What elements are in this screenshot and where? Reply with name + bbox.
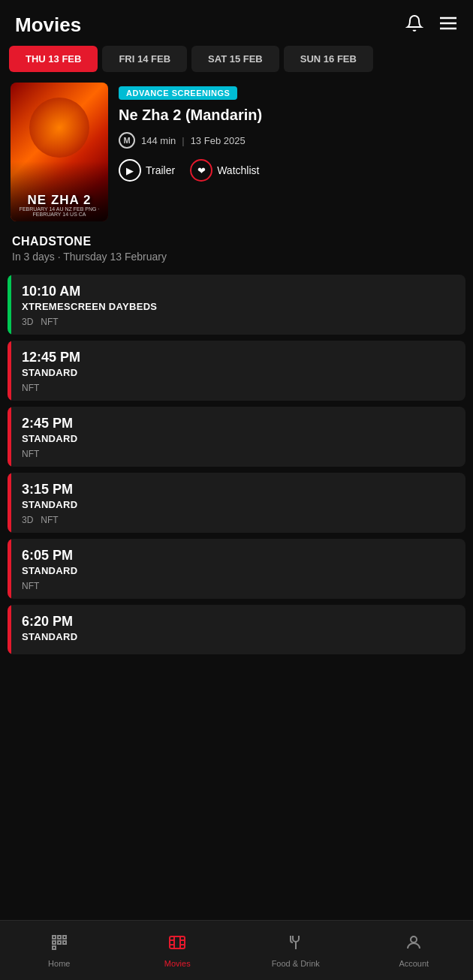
movie-info: ADVANCE SCREENINGS Ne Zha 2 (Mandarin) M… — [119, 83, 462, 182]
showtime-tag: 3D — [22, 515, 33, 525]
nav-food-label: Food & Drink — [272, 959, 320, 968]
showtime-content: 6:05 PMSTANDARDNFT — [11, 539, 465, 599]
showtime-time: 2:45 PM — [22, 416, 455, 431]
nav-home[interactable]: Home — [33, 933, 86, 968]
showtime-type: STANDARD — [22, 499, 455, 510]
svg-rect-10 — [170, 936, 185, 948]
svg-rect-4 — [58, 936, 61, 939]
bottom-nav: Home Movies Food & Drink — [0, 920, 473, 980]
poster-subtitle: FEBRUARY 14 AU NZ FEB PNG · FEBRUARY 14 … — [11, 206, 108, 217]
showtime-content: 6:20 PMSTANDARD — [11, 605, 465, 654]
showtime-tags: NFT — [22, 581, 455, 591]
account-icon — [405, 933, 423, 956]
rating-badge: M — [119, 132, 135, 149]
showtime-card[interactable]: 3:15 PMSTANDARD3DNFT — [8, 473, 465, 533]
poster-decoration — [29, 98, 89, 158]
date-tab-sun[interactable]: SUN 16 FEB — [284, 46, 373, 72]
food-icon — [287, 933, 305, 956]
showtime-tag: 3D — [22, 317, 33, 327]
nav-movies[interactable]: Movies — [151, 933, 203, 968]
showtime-type: STANDARD — [22, 367, 455, 378]
app-header: Movies — [0, 0, 473, 46]
heart-icon: ❤ — [190, 159, 212, 182]
home-icon — [50, 933, 68, 956]
showtime-content: 12:45 PMSTANDARDNFT — [11, 341, 465, 401]
showtime-content: 2:45 PMSTANDARDNFT — [11, 407, 465, 467]
showtime-tag: NFT — [41, 317, 58, 327]
showtime-type: XTREMESCREEN DAYBEDS — [22, 301, 455, 312]
svg-rect-5 — [63, 936, 66, 939]
showtime-time: 6:20 PM — [22, 614, 455, 630]
showtime-time: 6:05 PM — [22, 548, 455, 564]
showtime-tags: 3DNFT — [22, 317, 455, 327]
date-tab-sat[interactable]: SAT 15 FEB — [191, 46, 279, 72]
showtime-type: STANDARD — [22, 433, 455, 444]
play-icon: ▶ — [119, 159, 141, 182]
showtime-tags: NFT — [22, 383, 455, 393]
watchlist-label: Watchlist — [217, 164, 259, 176]
showtime-tags: 3DNFT — [22, 515, 455, 525]
showtime-card[interactable]: 2:45 PMSTANDARDNFT — [8, 407, 465, 467]
movies-icon — [168, 933, 186, 956]
watchlist-button[interactable]: ❤ Watchlist — [190, 159, 259, 182]
movie-poster: NE ZHA 2 FEBRUARY 14 AU NZ FEB PNG · FEB… — [11, 83, 108, 221]
svg-rect-8 — [63, 941, 66, 944]
showtime-time: 12:45 PM — [22, 350, 455, 365]
showtime-card[interactable]: 10:10 AMXTREMESCREEN DAYBEDS3DNFT — [8, 275, 465, 335]
showtime-type: STANDARD — [22, 565, 455, 576]
advance-screenings-badge: ADVANCE SCREENINGS — [119, 86, 237, 100]
showtime-tags: NFT — [22, 449, 455, 459]
showtime-card[interactable]: 12:45 PMSTANDARDNFT — [8, 341, 465, 401]
venue-section: CHADSTONE In 3 days · Thursday 13 Februa… — [0, 235, 473, 267]
menu-icon[interactable] — [438, 14, 458, 37]
showtimes-list: 10:10 AMXTREMESCREEN DAYBEDS3DNFT12:45 P… — [0, 267, 473, 714]
svg-rect-6 — [53, 941, 56, 944]
notification-icon[interactable] — [405, 14, 423, 37]
showtime-type: STANDARD — [22, 631, 455, 642]
movie-title: Ne Zha 2 (Mandarin) — [119, 106, 462, 125]
movie-date: 13 Feb 2025 — [191, 135, 246, 146]
venue-name: CHADSTONE — [12, 235, 461, 248]
showtime-time: 10:10 AM — [22, 284, 455, 299]
movie-actions: ▶ Trailer ❤ Watchlist — [119, 159, 462, 182]
svg-rect-7 — [58, 941, 61, 944]
showtime-content: 3:15 PMSTANDARD3DNFT — [11, 473, 465, 533]
movie-duration: 144 min — [141, 135, 176, 146]
movie-card: NE ZHA 2 FEBRUARY 14 AU NZ FEB PNG · FEB… — [0, 83, 473, 235]
meta-divider: | — [182, 135, 184, 146]
header-actions — [405, 14, 458, 37]
poster-title: NE ZHA 2 — [11, 193, 108, 208]
date-tab-fri[interactable]: FRI 14 FEB — [102, 46, 187, 72]
showtime-card[interactable]: 6:20 PMSTANDARD — [8, 605, 465, 654]
svg-rect-9 — [53, 946, 56, 949]
showtime-tag: NFT — [22, 581, 39, 591]
nav-home-label: Home — [48, 959, 70, 968]
movie-meta: M 144 min | 13 Feb 2025 — [119, 132, 462, 149]
nav-movies-label: Movies — [164, 959, 191, 968]
showtime-time: 3:15 PM — [22, 482, 455, 498]
nav-food[interactable]: Food & Drink — [270, 933, 322, 968]
nav-account[interactable]: Account — [387, 933, 440, 968]
showtime-tag: NFT — [22, 383, 39, 393]
trailer-button[interactable]: ▶ Trailer — [119, 159, 175, 182]
app-title: Movies — [15, 14, 81, 37]
showtime-content: 10:10 AMXTREMESCREEN DAYBEDS3DNFT — [11, 275, 465, 335]
svg-rect-3 — [53, 936, 56, 939]
date-tab-thu[interactable]: THU 13 FEB — [9, 46, 98, 72]
showtime-tag: NFT — [41, 515, 58, 525]
trailer-label: Trailer — [146, 164, 175, 176]
venue-date: In 3 days · Thursday 13 February — [12, 251, 461, 263]
showtime-card[interactable]: 6:05 PMSTANDARDNFT — [8, 539, 465, 599]
showtime-tag: NFT — [22, 449, 39, 459]
nav-account-label: Account — [399, 959, 429, 968]
date-tabs: THU 13 FEB FRI 14 FEB SAT 15 FEB SUN 16 … — [0, 46, 473, 83]
svg-point-18 — [411, 936, 417, 942]
